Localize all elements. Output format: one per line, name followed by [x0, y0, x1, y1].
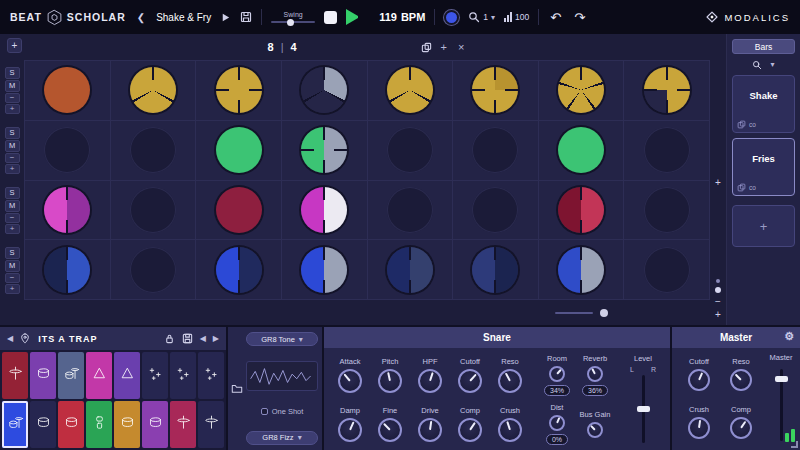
- add-row-button[interactable]: +: [7, 38, 22, 53]
- mute-button[interactable]: M: [5, 260, 20, 272]
- beat-cell[interactable]: [282, 61, 368, 121]
- remove-subdivision-button[interactable]: −: [5, 213, 20, 223]
- prev-kit-button[interactable]: ◀: [199, 334, 207, 343]
- beat-pie[interactable]: [472, 67, 518, 113]
- add-bar-button[interactable]: +: [439, 41, 449, 53]
- beat-pie[interactable]: [644, 67, 690, 113]
- remove-subdivision-button[interactable]: −: [5, 153, 20, 163]
- beat-cell[interactable]: [196, 181, 282, 241]
- beat-cell[interactable]: [282, 181, 368, 241]
- knob[interactable]: [549, 415, 565, 431]
- beat-pie[interactable]: [44, 67, 90, 113]
- add-subdivision-button[interactable]: +: [5, 164, 20, 174]
- drum-pad[interactable]: [86, 352, 112, 399]
- beat-pie[interactable]: [387, 67, 433, 113]
- beat-pie[interactable]: [44, 187, 90, 233]
- beat-cell[interactable]: [111, 121, 197, 181]
- beat-cell[interactable]: [25, 181, 111, 241]
- beat-cell[interactable]: [453, 240, 539, 300]
- beat-pie-empty[interactable]: [130, 127, 176, 173]
- beat-cell[interactable]: [539, 61, 625, 121]
- beat-cell[interactable]: [539, 121, 625, 181]
- drum-pad[interactable]: [58, 352, 84, 399]
- master-fader-handle[interactable]: [775, 376, 788, 382]
- beat-pie-empty[interactable]: [44, 127, 90, 173]
- stop-button[interactable]: [324, 11, 337, 24]
- drum-pad[interactable]: [142, 352, 168, 399]
- add-subdivision-button[interactable]: +: [5, 104, 20, 114]
- bars-button[interactable]: Bars: [732, 39, 795, 54]
- h-zoom-track[interactable]: [555, 312, 593, 314]
- remove-subdivision-button[interactable]: −: [5, 273, 20, 283]
- beat-pie[interactable]: [216, 127, 262, 173]
- remove-subdivision-button[interactable]: −: [5, 93, 20, 103]
- save-kit-icon[interactable]: [181, 333, 194, 344]
- knob[interactable]: [378, 418, 402, 442]
- drum-pad[interactable]: [114, 401, 140, 448]
- add-subdivision-button[interactable]: +: [5, 224, 20, 234]
- beat-pie[interactable]: [216, 247, 262, 293]
- resize-handle-icon[interactable]: [791, 441, 798, 448]
- drum-pad[interactable]: [170, 401, 196, 448]
- knob[interactable]: [688, 369, 710, 391]
- knob[interactable]: [458, 418, 482, 442]
- beat-cell[interactable]: [111, 181, 197, 241]
- waveform-display[interactable]: [246, 361, 318, 391]
- drum-pad[interactable]: [170, 352, 196, 399]
- knob[interactable]: [498, 418, 522, 442]
- beat-pie-empty[interactable]: [644, 247, 690, 293]
- drum-pad[interactable]: [30, 401, 56, 448]
- drum-pad[interactable]: [30, 352, 56, 399]
- redo-button[interactable]: ↷: [572, 10, 587, 25]
- knob[interactable]: [418, 418, 442, 442]
- folder-icon[interactable]: [231, 383, 243, 394]
- knob[interactable]: [458, 369, 482, 393]
- add-subdivision-button[interactable]: +: [5, 284, 20, 294]
- beat-pie-empty[interactable]: [387, 187, 433, 233]
- bars-filter-row[interactable]: ▾: [732, 58, 795, 71]
- copy-icon[interactable]: [737, 120, 746, 129]
- drum-pad[interactable]: [58, 401, 84, 448]
- drum-pad[interactable]: [2, 401, 28, 448]
- preset-audition-icon[interactable]: [220, 12, 231, 23]
- beat-pie[interactable]: [301, 127, 347, 173]
- velocity-control[interactable]: 100: [504, 12, 529, 22]
- knob[interactable]: [730, 369, 752, 391]
- knob[interactable]: [338, 369, 362, 393]
- beat-cell[interactable]: [539, 181, 625, 241]
- zoom-out-button[interactable]: −: [712, 295, 725, 308]
- bar-card-shake[interactable]: Shakeco: [732, 75, 795, 133]
- beat-pie-empty[interactable]: [644, 187, 690, 233]
- beat-pie[interactable]: [558, 187, 604, 233]
- time-sig-numerator[interactable]: 8: [268, 41, 274, 53]
- map-pin-icon[interactable]: [19, 333, 31, 344]
- knob[interactable]: [587, 422, 603, 438]
- solo-button[interactable]: S: [5, 187, 20, 199]
- beat-pie[interactable]: [558, 127, 604, 173]
- knob[interactable]: [498, 369, 522, 393]
- time-sig-denominator[interactable]: 4: [290, 41, 296, 53]
- beat-cell[interactable]: [624, 240, 710, 300]
- knob[interactable]: [418, 369, 442, 393]
- zoom-in-button[interactable]: +: [712, 308, 725, 321]
- bpm-display[interactable]: 119 BPM: [379, 11, 425, 23]
- h-zoom-handle[interactable]: [600, 309, 608, 317]
- beat-cell[interactable]: [368, 121, 454, 181]
- beat-pie[interactable]: [301, 247, 347, 293]
- bar-card-fries[interactable]: Friesco: [732, 138, 795, 196]
- checkbox-icon[interactable]: [261, 408, 268, 415]
- level-fader-handle[interactable]: [637, 406, 650, 412]
- solo-button[interactable]: S: [5, 247, 20, 259]
- solo-button[interactable]: S: [5, 67, 20, 79]
- beat-cell[interactable]: [111, 240, 197, 300]
- tone-select[interactable]: GR8 Tone ▾: [246, 332, 318, 346]
- beat-cell[interactable]: [25, 61, 111, 121]
- delete-bar-button[interactable]: ×: [456, 41, 466, 53]
- beat-cell[interactable]: [368, 61, 454, 121]
- undo-button[interactable]: ↶: [548, 10, 563, 25]
- beat-pie[interactable]: [301, 187, 347, 233]
- beat-cell[interactable]: [196, 121, 282, 181]
- beat-pie[interactable]: [216, 187, 262, 233]
- preset-back-button[interactable]: ❮: [135, 10, 147, 25]
- horizontal-zoom-bar[interactable]: [0, 300, 710, 325]
